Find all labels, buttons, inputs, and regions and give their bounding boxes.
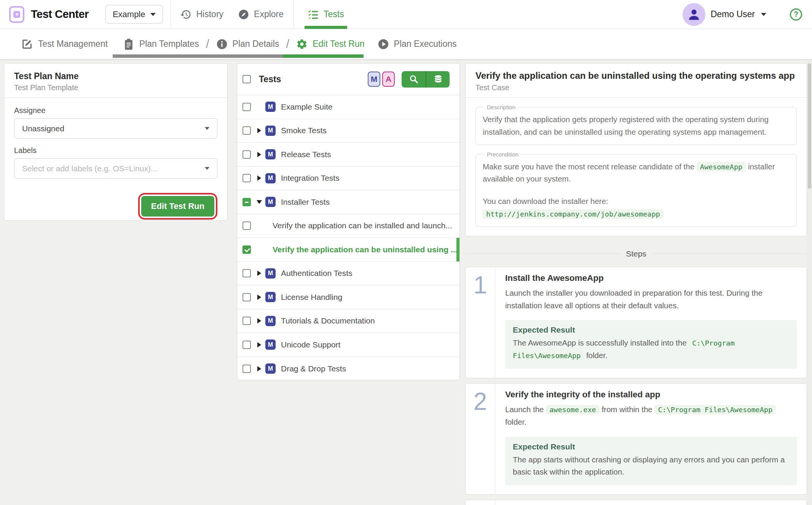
expand-arrow-icon[interactable] — [255, 318, 263, 323]
tree-row[interactable]: MExample Suite — [237, 95, 459, 119]
clipboard-icon — [123, 38, 134, 50]
user-menu-chevron-icon[interactable] — [761, 13, 766, 16]
row-checkbox[interactable] — [242, 150, 251, 159]
assignee-label: Assignee — [14, 106, 217, 115]
nav-test-management[interactable]: Test Management — [21, 38, 108, 50]
text-span: Make sure you have the most recent relea… — [483, 162, 697, 171]
step-card: 1Install the AwesomeAppLaunch the instal… — [465, 267, 807, 378]
text-span: Launch the installer you downloaded in p… — [505, 288, 763, 310]
row-checkbox[interactable] — [242, 341, 251, 349]
steps-label: Steps — [619, 249, 653, 258]
compass-icon — [238, 9, 249, 20]
text-span: The AwesomeApp is successfully installed… — [513, 338, 689, 347]
avatar[interactable] — [683, 3, 705, 26]
tree-row[interactable]: MLicense Handling — [237, 285, 459, 309]
tree-row[interactable]: Verify the application can be installed … — [237, 214, 459, 238]
tree-label: Drag & Drop Tests — [281, 364, 346, 373]
select-all-checkbox[interactable] — [242, 75, 251, 83]
step-title: Verify the integrity of the installed ap… — [505, 390, 797, 400]
expected-result-label: Expected Result — [513, 325, 789, 335]
app-title: Test Center — [31, 8, 89, 21]
breadcrumb: Test Management Plan Templates / Plan De… — [0, 29, 812, 59]
expand-arrow-icon[interactable] — [255, 366, 263, 371]
tree-row[interactable]: MAuthentication Tests — [237, 262, 459, 286]
row-checkbox[interactable] — [242, 103, 251, 111]
edit-test-run-button[interactable]: Edit Test Run — [141, 196, 214, 217]
nav-edit-test-run[interactable]: Edit Test Run — [296, 38, 364, 50]
selected-indicator — [456, 238, 459, 261]
tree-row[interactable]: MDrag & Drop Tests — [237, 357, 459, 381]
labels-select[interactable]: Select or add labels (e.g. OS=Linux)... — [14, 158, 217, 178]
tree-label: Integration Tests — [281, 174, 340, 183]
suite-badge-m: M — [265, 316, 276, 326]
tree-row[interactable]: MRelease Tests — [237, 143, 459, 167]
row-checkbox[interactable] — [242, 126, 251, 135]
database-button[interactable] — [426, 71, 450, 88]
description-legend: Description — [484, 104, 518, 110]
suite-badge-m: M — [265, 197, 276, 207]
nav-plan-templates-label: Plan Templates — [139, 39, 199, 49]
test-case-detail: Verify the application can be uninstalle… — [465, 63, 807, 505]
scrollbar-thumb[interactable] — [808, 63, 811, 189]
expand-arrow-icon[interactable] — [255, 128, 263, 133]
step-content: Install the AwesomeAppLaunch the install… — [495, 267, 807, 378]
tree-row[interactable]: MIntegration Tests — [237, 167, 459, 191]
nav-explore-label: Explore — [254, 9, 284, 19]
tree-row[interactable]: Verify the application can be uninstalle… — [237, 238, 459, 262]
expected-result-block: Expected ResultThe AwesomeApp is success… — [505, 320, 797, 369]
tree-row[interactable]: MInstaller Tests — [237, 190, 459, 214]
code-span: C:\Program Files\AwesomeApp — [654, 405, 776, 414]
nav-explore[interactable]: Explore — [238, 9, 284, 20]
filter-badge-m[interactable]: M — [368, 72, 380, 87]
row-checkbox[interactable] — [242, 174, 251, 182]
search-button[interactable] — [402, 71, 426, 88]
text-span: Verify that the application gets properl… — [483, 115, 769, 136]
tests-tree: MExample SuiteMSmoke TestsMRelease Tests… — [237, 95, 459, 380]
step-number: 3 — [466, 500, 495, 505]
tree-row[interactable]: MTutorials & Documentation — [237, 309, 459, 333]
text-span: folder. — [584, 351, 608, 360]
help-button[interactable]: ? — [790, 8, 802, 21]
row-checkbox[interactable] — [242, 293, 251, 301]
nav-plan-details[interactable]: Plan Details — [216, 38, 279, 50]
help-icon: ? — [794, 10, 798, 19]
suite-badge-m: M — [265, 126, 276, 136]
suite-badge-m: M — [265, 363, 276, 374]
active-tab-indicator — [305, 26, 347, 29]
expected-result-label: Expected Result — [513, 442, 789, 451]
tree-row[interactable]: MSmoke Tests — [237, 119, 459, 143]
nav-plan-executions[interactable]: Plan Executions — [378, 38, 457, 50]
annotation-highlight: Edit Test Run — [138, 193, 217, 220]
test-plan-template-label: Test Plan Template — [14, 83, 217, 92]
expand-arrow-icon[interactable] — [255, 271, 263, 276]
filter-badge-a[interactable]: A — [382, 72, 395, 87]
nav-plan-templates[interactable]: Plan Templates — [123, 38, 199, 50]
tests-panel-header: Tests M A — [237, 64, 459, 95]
tree-label: Release Tests — [281, 150, 331, 159]
code-span: AwesomeApp — [697, 162, 746, 172]
divider — [294, 0, 294, 29]
scrollbar[interactable] — [807, 59, 812, 505]
project-selector[interactable]: Example — [105, 5, 163, 24]
nav-tests[interactable]: Tests — [305, 0, 347, 29]
row-checkbox[interactable] — [242, 317, 251, 325]
tree-row[interactable]: MUnicode Support — [237, 333, 459, 357]
expand-arrow-icon[interactable] — [255, 200, 263, 204]
labels-label: Labels — [14, 146, 217, 155]
step-card: 3Trigger the uninstallation of the appSe… — [465, 500, 807, 505]
expand-arrow-icon[interactable] — [255, 295, 263, 300]
text-span: The app starts without crashing or displ… — [513, 455, 785, 476]
row-checkbox[interactable] — [242, 221, 251, 230]
expand-arrow-icon[interactable] — [255, 175, 263, 181]
row-checkbox[interactable] — [242, 198, 251, 206]
assignee-select[interactable]: Unassigned — [14, 118, 217, 139]
play-circle-icon — [378, 38, 389, 50]
nav-history[interactable]: History — [180, 9, 223, 20]
precondition-fieldset: Precondition Make sure you have the most… — [475, 151, 797, 227]
row-checkbox[interactable] — [242, 245, 251, 254]
tree-label: Authentication Tests — [281, 269, 353, 278]
expand-arrow-icon[interactable] — [255, 342, 263, 347]
row-checkbox[interactable] — [242, 269, 251, 277]
expand-arrow-icon[interactable] — [255, 152, 263, 157]
row-checkbox[interactable] — [242, 365, 251, 373]
